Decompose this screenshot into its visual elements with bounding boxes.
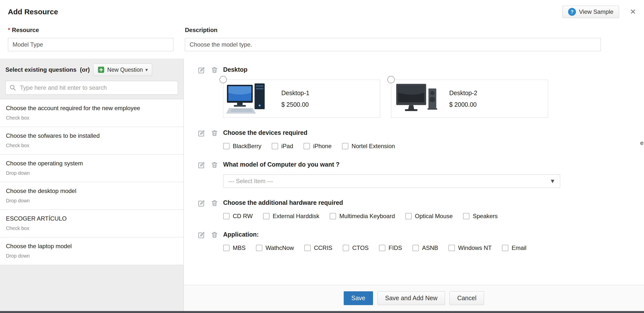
checkbox-option[interactable]: Optical Mouse (405, 213, 453, 220)
question-item-title: Choose the account required for the new … (6, 105, 178, 112)
checkbox-option[interactable]: Windows NT (448, 244, 492, 252)
checkbox[interactable] (304, 245, 311, 251)
checkbox-option[interactable]: Speakers (463, 213, 498, 220)
chevron-down-icon: ▾ (146, 67, 148, 72)
checkbox[interactable] (379, 245, 385, 251)
checkbox-option[interactable]: MBS (223, 244, 246, 252)
desktop-2-image (392, 82, 442, 116)
save-button[interactable]: Save (344, 291, 373, 305)
delete-icon[interactable] (210, 66, 218, 74)
checkbox[interactable] (463, 213, 470, 219)
list-item[interactable]: Choose the desktop model Drop down (0, 182, 184, 210)
required-marker: * (8, 26, 10, 33)
delete-icon[interactable] (210, 199, 218, 207)
item-select[interactable]: --- Select Item --- ▼ (223, 174, 560, 188)
checkbox-option[interactable]: CTOS (343, 244, 368, 252)
checkbox-option[interactable]: Email (502, 244, 526, 252)
resource-form-row: *Resource Description (0, 24, 644, 59)
question-item-type: Drop down (6, 253, 178, 259)
existing-questions-sidebar: Select existing questions (or) New Quest… (0, 59, 184, 311)
resource-label: *Resource (8, 26, 174, 34)
checkbox-option[interactable]: FIDS (379, 244, 402, 252)
radio-card-desktop-2[interactable]: Desktop-2 $ 2000.00 (391, 80, 548, 118)
edit-icon[interactable] (197, 129, 206, 138)
view-sample-button[interactable]: ? View Sample (562, 6, 619, 18)
view-sample-label: View Sample (579, 8, 614, 15)
delete-icon[interactable] (210, 231, 218, 239)
question-computer-model: What model of Computer do you want ? ---… (184, 161, 644, 188)
description-field-group: Description (185, 26, 601, 51)
bottom-edge (0, 311, 644, 313)
question-item-title: Choose the operating system (6, 160, 178, 167)
question-label: Desktop (223, 66, 560, 73)
dropdown-caret-icon: ▼ (550, 178, 556, 184)
radio-button[interactable] (387, 76, 395, 83)
new-question-button[interactable]: New Question ▾ (93, 64, 152, 76)
list-item[interactable]: ESCOGER ARTÍCULO Check box (0, 210, 184, 237)
question-application: Application: MBS WathcNow CCRIS CTOS FID… (184, 231, 644, 252)
description-input[interactable] (185, 38, 601, 51)
question-label: Application: (223, 231, 560, 238)
question-item-type: Check box (6, 226, 178, 231)
question-additional-hardware: Choose the additional hardware required … (184, 199, 644, 220)
background-page-text: e (640, 140, 644, 146)
checkbox-option[interactable]: External Harddisk (263, 213, 319, 220)
checkbox-option[interactable]: iPad (272, 143, 293, 150)
close-icon[interactable]: ✕ (630, 8, 636, 16)
list-item[interactable]: Choose the laptop model Drop down (0, 237, 184, 265)
checkbox[interactable] (223, 213, 230, 219)
cancel-button[interactable]: Cancel (450, 291, 484, 305)
question-label: Choose the additional hardware required (223, 199, 560, 206)
checkbox[interactable] (343, 245, 349, 251)
delete-icon[interactable] (210, 129, 218, 137)
checkbox[interactable] (263, 213, 270, 219)
option-price: $ 2500.00 (281, 101, 310, 108)
or-label: (or) (80, 66, 90, 73)
checkbox[interactable] (405, 213, 412, 219)
checkbox-option[interactable]: ASNB (412, 244, 438, 252)
checkbox-option[interactable]: WathcNow (256, 244, 294, 252)
edit-icon[interactable] (197, 66, 206, 74)
checkbox[interactable] (256, 245, 262, 251)
new-question-label: New Question (107, 66, 143, 73)
checkbox[interactable] (272, 143, 278, 149)
checkbox-option[interactable]: Nortel Extension (342, 143, 395, 150)
checkbox[interactable] (412, 245, 419, 251)
question-label: Choose the devices required (223, 129, 560, 136)
question-search (6, 81, 178, 95)
question-item-type: Check box (6, 115, 178, 121)
edit-icon[interactable] (197, 161, 206, 169)
resource-input[interactable] (8, 38, 174, 51)
option-price: $ 2000.00 (449, 101, 477, 108)
search-input[interactable] (6, 81, 178, 95)
titlebar-actions: ? View Sample ✕ (562, 6, 636, 18)
checkbox[interactable] (330, 213, 336, 219)
list-item[interactable]: Choose the operating system Drop down (0, 154, 184, 182)
checkbox-option[interactable]: CCRIS (304, 244, 332, 252)
checkbox[interactable] (342, 143, 348, 149)
checkbox-option[interactable]: CD RW (223, 213, 253, 220)
checkbox[interactable] (223, 143, 230, 149)
question-item-title: ESCOGER ARTÍCULO (6, 215, 178, 222)
checkbox[interactable] (223, 245, 230, 251)
question-item-title: Choose the sofwares to be installed (6, 132, 178, 139)
list-item[interactable]: Choose the account required for the new … (0, 99, 184, 127)
question-item-title: Choose the desktop model (6, 188, 178, 194)
edit-icon[interactable] (197, 231, 206, 239)
description-label: Description (185, 26, 601, 34)
checkbox-option[interactable]: Multimedia Keyboard (330, 213, 395, 220)
desktop-1-image (224, 82, 274, 116)
save-and-add-new-button[interactable]: Save and Add New (378, 291, 445, 305)
checkbox-option[interactable]: iPhone (304, 143, 332, 150)
radio-button[interactable] (220, 76, 227, 83)
question-item-title: Choose the laptop model (6, 243, 178, 250)
checkbox-option[interactable]: BlackBerry (223, 143, 261, 150)
radio-card-desktop-1[interactable]: Desktop-1 $ 2500.00 (223, 80, 380, 118)
checkbox[interactable] (304, 143, 310, 149)
delete-icon[interactable] (210, 161, 218, 169)
edit-icon[interactable] (197, 199, 206, 208)
checkbox[interactable] (448, 245, 455, 251)
option-name: Desktop-1 (281, 90, 310, 96)
checkbox[interactable] (502, 245, 508, 251)
list-item[interactable]: Choose the sofwares to be installed Chec… (0, 127, 184, 154)
